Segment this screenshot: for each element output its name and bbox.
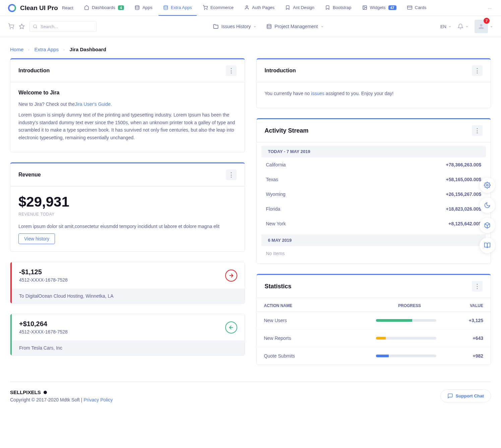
language-selector[interactable]: EN bbox=[440, 24, 451, 29]
tx-top: -$1,125 4512-XXXX-1678-7528 bbox=[10, 262, 245, 289]
package-float-button[interactable] bbox=[480, 218, 495, 233]
database-icon bbox=[266, 24, 272, 29]
privacy-link[interactable]: Privacy Policy bbox=[83, 397, 113, 402]
top-nav: Clean UI Pro React Dashboards 4 Apps Ext… bbox=[0, 0, 501, 16]
nav-cards[interactable]: Cards bbox=[402, 0, 431, 16]
stat-name: New Users bbox=[264, 318, 376, 323]
stat-value: +982 bbox=[443, 353, 483, 359]
arrow-right-icon bbox=[225, 270, 237, 282]
col-progress: PROGRESS bbox=[376, 303, 443, 308]
svg-point-4 bbox=[246, 6, 248, 7]
tx-amount: +$10,264 bbox=[19, 320, 68, 328]
support-chat-button[interactable]: Support Chat bbox=[440, 389, 491, 402]
logo-title: Clean UI Pro bbox=[20, 4, 58, 12]
database-icon bbox=[163, 5, 168, 10]
nav-bootstrap[interactable]: Bootstrap bbox=[320, 0, 356, 16]
user-menu[interactable]: 7 bbox=[475, 20, 493, 33]
moon-icon bbox=[484, 202, 491, 209]
nav-apps[interactable]: Apps bbox=[130, 0, 157, 16]
card-body: You currently have no issues assigned to… bbox=[257, 82, 491, 108]
nav-label: Auth Pages bbox=[252, 5, 274, 10]
intro-lead: New to Jira? Check out theJira User's Gu… bbox=[18, 100, 237, 108]
folder-icon bbox=[213, 24, 218, 29]
nav-label: Ecommerce bbox=[210, 5, 234, 10]
card-title: Introduction bbox=[265, 68, 296, 74]
nav-label: Extra Apps bbox=[171, 5, 192, 10]
card-menu-button[interactable]: ⋮ bbox=[472, 281, 483, 292]
stat-name: New Reports bbox=[264, 335, 376, 341]
box-icon bbox=[484, 222, 491, 229]
project-management-link[interactable]: Project Management bbox=[266, 24, 323, 29]
activity-row: Wyoming+26,156,267.00$ bbox=[257, 187, 491, 202]
progress-bar bbox=[376, 355, 436, 357]
star-button[interactable] bbox=[19, 23, 25, 29]
issues-link[interactable]: issues bbox=[311, 91, 324, 96]
breadcrumb-current: Jira Dashboard bbox=[70, 47, 106, 52]
notifications-button[interactable] bbox=[457, 23, 468, 29]
nav-dashboards[interactable]: Dashboards 4 bbox=[79, 0, 129, 16]
intro-card: Introduction ⋮ Welcome to Jira New to Ji… bbox=[10, 58, 245, 152]
tx-card-number: 4512-XXXX-1678-7528 bbox=[19, 329, 68, 334]
breadcrumb-extra-apps[interactable]: Extra Apps bbox=[35, 47, 59, 52]
search-input[interactable] bbox=[29, 21, 97, 32]
stats-header: ACTION NAME PROGRESS VALUE bbox=[257, 298, 491, 312]
activity-row: California+78,366,263.00$ bbox=[257, 157, 491, 172]
nav-label: Cards bbox=[415, 5, 427, 10]
center-link-label: Project Management bbox=[274, 24, 318, 29]
card-header: Revenue ⋮ bbox=[10, 163, 245, 186]
dot-icon bbox=[44, 391, 47, 394]
svg-point-14 bbox=[267, 24, 271, 25]
docs-float-button[interactable] bbox=[480, 238, 495, 253]
nav-ecommerce[interactable]: Ecommerce bbox=[198, 0, 238, 16]
nav-auth[interactable]: Auth Pages bbox=[240, 0, 279, 16]
breadcrumb-home[interactable]: Home bbox=[10, 47, 23, 52]
svg-marker-11 bbox=[19, 24, 24, 29]
stat-name: Quote Submits bbox=[264, 353, 376, 359]
arrow-left-icon bbox=[225, 321, 237, 333]
nav-more[interactable]: ··· bbox=[485, 5, 494, 11]
content-grid: Introduction ⋮ Welcome to Jira New to Ji… bbox=[0, 58, 501, 375]
card-menu-button[interactable]: ⋮ bbox=[226, 65, 237, 76]
search-icon bbox=[33, 24, 38, 29]
card-header: Introduction ⋮ bbox=[257, 59, 491, 82]
intro-heading: Welcome to Jira bbox=[18, 90, 237, 96]
user-icon bbox=[478, 23, 485, 30]
cart-button[interactable] bbox=[8, 23, 14, 29]
logo[interactable]: Clean UI Pro React bbox=[8, 4, 73, 12]
card-menu-button[interactable]: ⋮ bbox=[472, 125, 483, 136]
logo-ring-icon bbox=[8, 4, 16, 12]
breadcrumb: Home · Extra Apps · Jira Dashboard bbox=[0, 37, 501, 58]
footer: SELLPIXELS Copyright © 2017-2020 Mdtk So… bbox=[0, 382, 501, 413]
jira-guide-link[interactable]: Jira User's Guide. bbox=[75, 101, 112, 107]
nav-ant[interactable]: Ant Design bbox=[280, 0, 319, 16]
view-history-button[interactable]: View history bbox=[18, 233, 55, 244]
card-menu-button[interactable]: ⋮ bbox=[226, 169, 237, 180]
card-menu-button[interactable]: ⋮ bbox=[472, 65, 483, 76]
chat-icon bbox=[447, 393, 453, 399]
nav-widgets[interactable]: Widgets 47 bbox=[358, 0, 401, 16]
nav-badge: 47 bbox=[388, 5, 396, 10]
activity-date-today: TODAY - 7 MAY 2019 bbox=[261, 146, 486, 157]
stat-value: +643 bbox=[443, 335, 483, 341]
statistics-card: Statistics ⋮ ACTION NAME PROGRESS VALUE … bbox=[256, 274, 491, 365]
intro-body: Lorem Ipsum is simply dummy text of the … bbox=[18, 111, 237, 141]
card-body: $29,931 REVENUE TODAY Lorem ipsum dolor … bbox=[10, 186, 245, 251]
chevron-down-icon bbox=[253, 25, 256, 28]
chevron-down-icon bbox=[465, 25, 468, 28]
card-header: Activity Stream ⋮ bbox=[257, 119, 491, 142]
revenue-amount: $29,931 bbox=[18, 194, 237, 210]
chevron-down-icon bbox=[321, 25, 324, 28]
breadcrumb-separator: · bbox=[28, 47, 29, 52]
issues-history-link[interactable]: Issues History bbox=[213, 24, 256, 29]
nav-extra-apps[interactable]: Extra Apps bbox=[159, 0, 197, 16]
svg-point-9 bbox=[10, 28, 11, 29]
subbar-center: Issues History Project Management bbox=[97, 24, 440, 29]
card-header: Statistics ⋮ bbox=[257, 275, 491, 298]
activity-empty: No Items bbox=[257, 246, 491, 264]
tx-description: To DigitalOcean Cloud Hosting, Winnetka,… bbox=[10, 289, 245, 303]
bookmark-icon bbox=[285, 5, 290, 10]
chevron-down-icon bbox=[448, 25, 451, 28]
settings-float-button[interactable] bbox=[480, 177, 495, 193]
breadcrumb-separator: · bbox=[63, 47, 65, 52]
theme-float-button[interactable] bbox=[480, 198, 495, 213]
